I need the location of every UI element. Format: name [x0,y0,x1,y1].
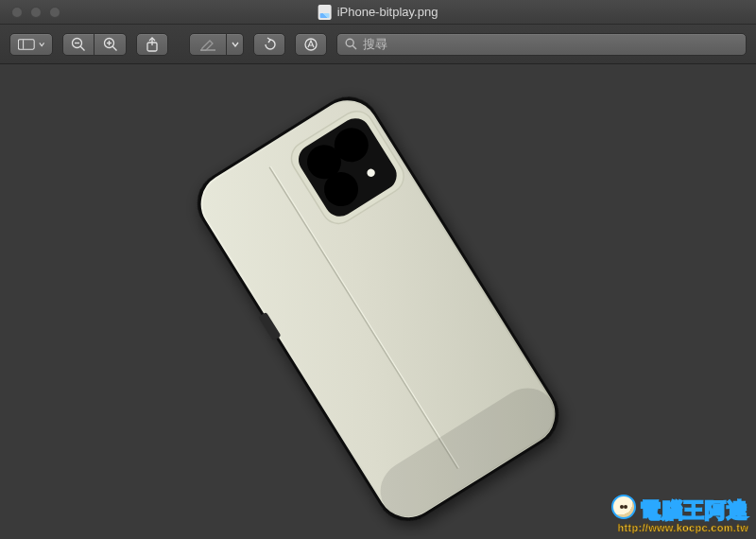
search-input[interactable] [363,37,738,51]
markup-icon [303,37,318,52]
window-controls [0,7,60,18]
highlighter-icon [199,38,216,51]
svg-line-14 [352,45,356,49]
minimize-window-button[interactable] [30,7,42,18]
markup-toolbar-button[interactable] [295,33,327,56]
fullscreen-window-button[interactable] [49,7,60,18]
sidebar-toggle-button[interactable] [9,33,53,56]
image-canvas: 電腦王阿達 http://www.kocpc.com.tw [0,64,756,539]
rotate-left-icon [262,37,277,52]
watermark-name: 電腦王阿達 [640,500,748,521]
zoom-group [62,33,127,56]
markup-group [189,33,244,56]
window-titlebar: iPhone-bitplay.png [0,0,756,25]
chevron-down-icon [39,38,44,51]
svg-line-3 [80,46,84,50]
rotate-button[interactable] [253,33,285,56]
svg-line-6 [112,46,116,50]
highlight-dropdown-button[interactable] [227,33,244,56]
window-title: iPhone-bitplay.png [318,5,438,20]
zoom-out-icon [71,37,86,52]
zoom-in-icon [103,37,118,52]
highlight-button[interactable] [189,33,227,56]
svg-rect-0 [18,39,34,48]
close-window-button[interactable] [11,7,23,18]
search-icon [345,38,357,50]
share-button[interactable] [136,33,168,56]
document-icon [318,5,332,20]
search-field[interactable] [336,33,747,56]
svg-point-13 [346,39,353,46]
sidebar-icon [18,38,35,51]
zoom-out-button[interactable] [62,33,94,56]
zoom-in-button[interactable] [94,33,127,56]
share-icon [146,37,159,52]
preview-image [113,82,643,539]
toolbar [0,25,756,64]
window-title-text: iPhone-bitplay.png [337,5,438,19]
chevron-down-icon [232,38,239,51]
